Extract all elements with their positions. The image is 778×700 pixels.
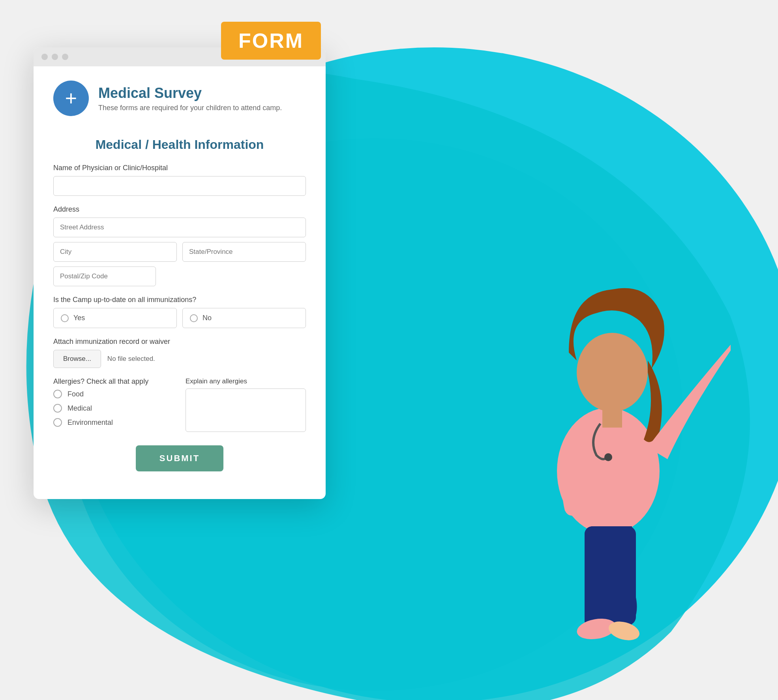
browser-dot-3	[62, 54, 68, 60]
form-title-block: Medical Survey These forms are required …	[98, 85, 282, 112]
allergies-field-group: Allergies? Check all that apply Food Med…	[53, 377, 306, 434]
no-file-text: No file selected.	[107, 355, 155, 363]
city-input[interactable]	[53, 242, 177, 262]
no-label: No	[202, 314, 212, 322]
form-subtitle: These forms are required for your childr…	[98, 104, 282, 112]
environmental-checkbox-item[interactable]: Environmental	[53, 418, 174, 427]
immunization-label: Is the Camp up-to-date on all immunizati…	[53, 296, 306, 304]
physician-input[interactable]	[53, 176, 306, 196]
immunization-no-option[interactable]: No	[182, 308, 306, 328]
badge-label: FORM	[238, 29, 304, 52]
attach-label: Attach immunization record or waiver	[53, 338, 306, 346]
physician-field-group: Name of Physician or Clinic/Hospital	[53, 164, 306, 196]
allergies-explain: Explain any allergies	[186, 377, 306, 434]
explain-label: Explain any allergies	[186, 377, 306, 385]
file-upload-field-group: Attach immunization record or waiver Bro…	[53, 338, 306, 368]
medical-checkbox-circle	[53, 404, 62, 413]
immunization-yes-option[interactable]: Yes	[53, 308, 177, 328]
svg-rect-4	[602, 408, 622, 428]
browse-button[interactable]: Browse...	[53, 350, 101, 368]
svg-point-3	[577, 333, 648, 412]
yes-radio-circle	[61, 314, 69, 322]
form-body: Medical / Health Information Name of Phy…	[34, 126, 326, 479]
food-label: Food	[67, 390, 84, 398]
medical-icon-circle: +	[53, 81, 89, 116]
yes-label: Yes	[73, 314, 85, 322]
allergies-label: Allergies? Check all that apply	[53, 377, 174, 386]
plus-icon: +	[65, 88, 77, 109]
immunization-field-group: Is the Camp up-to-date on all immunizati…	[53, 296, 306, 328]
svg-point-5	[604, 453, 612, 461]
form-badge: FORM	[221, 22, 321, 60]
address-label: Address	[53, 205, 306, 214]
postal-input[interactable]	[53, 266, 156, 286]
environmental-checkbox-circle	[53, 418, 62, 427]
food-checkbox-circle	[53, 390, 62, 398]
browser-dot-2	[52, 54, 58, 60]
explain-textarea[interactable]	[186, 388, 306, 432]
section-heading: Medical / Health Information	[53, 137, 306, 152]
street-address-input[interactable]	[53, 218, 306, 237]
postal-row	[53, 266, 306, 286]
food-checkbox-item[interactable]: Food	[53, 390, 174, 398]
medical-label: Medical	[67, 404, 92, 413]
form-title: Medical Survey	[98, 85, 282, 101]
file-row: Browse... No file selected.	[53, 350, 306, 368]
no-radio-circle	[190, 314, 198, 322]
medical-checkbox-item[interactable]: Medical	[53, 404, 174, 413]
address-field-group: Address	[53, 205, 306, 286]
illustration-figure	[454, 242, 731, 676]
immunization-radio-group: Yes No	[53, 308, 306, 328]
physician-label: Name of Physician or Clinic/Hospital	[53, 164, 306, 172]
state-input[interactable]	[182, 242, 306, 262]
city-state-row	[53, 242, 306, 262]
submit-button[interactable]: SUBMIT	[136, 445, 223, 471]
environmental-label: Environmental	[67, 418, 113, 427]
allergies-checkboxes: Allergies? Check all that apply Food Med…	[53, 377, 174, 432]
allergies-row: Allergies? Check all that apply Food Med…	[53, 377, 306, 434]
svg-rect-7	[585, 526, 608, 629]
browser-window: + Medical Survey These forms are require…	[34, 47, 326, 499]
browser-dot-1	[41, 54, 48, 60]
form-header: + Medical Survey These forms are require…	[34, 66, 326, 126]
